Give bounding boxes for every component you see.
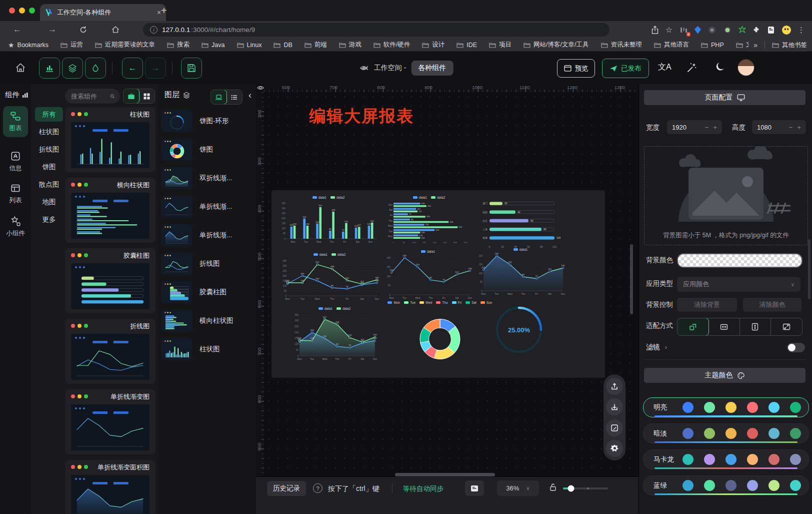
layer-item[interactable]: 单折线渐... [162, 222, 254, 248]
component-card[interactable]: 单折线渐变图 [65, 389, 156, 454]
publish-button[interactable]: 已发布 [602, 59, 649, 78]
extension-icon[interactable] [708, 26, 716, 35]
layer-item[interactable]: 双折线渐... [162, 165, 254, 191]
user-avatar[interactable] [738, 60, 754, 76]
bookmark-item[interactable]: DB [274, 41, 292, 49]
bookmark-item[interactable]: 其他语言 [654, 41, 689, 49]
settings-button[interactable] [606, 440, 623, 457]
clear-background-button[interactable]: 清除背景 [677, 298, 737, 312]
address-bar[interactable]: i 127.0.0.1 :3000/#/chart/home/9 [143, 23, 610, 37]
layer-item[interactable]: 横向柱状图 [162, 308, 254, 334]
clear-color-button[interactable]: 清除颜色 [743, 298, 802, 312]
layer-item[interactable]: 胶囊柱图 [162, 279, 254, 305]
bookmark-item[interactable]: 游戏 [339, 41, 362, 49]
close-window-button[interactable] [9, 8, 15, 14]
tab-close-icon[interactable]: × [157, 9, 161, 17]
collapse-panel-chevron[interactable]: ‹ [248, 90, 252, 101]
bookmark-item[interactable]: 网站/博客/文章/工具 [524, 41, 588, 49]
category-饼图[interactable]: 饼图 [35, 160, 63, 174]
fit-scale-button[interactable] [677, 318, 709, 336]
vertical-scrollbar[interactable] [630, 244, 633, 314]
bookmark-item[interactable]: PHP [701, 41, 724, 49]
help-icon[interactable]: ? [313, 483, 322, 493]
bookmark-star-icon[interactable]: ☆ [666, 25, 672, 35]
bookmark-item[interactable]: 搜索 [167, 41, 190, 49]
maximize-window-button[interactable] [29, 8, 35, 14]
magic-wand-icon[interactable] [686, 62, 697, 74]
reader-mode-icon[interactable] [766, 26, 776, 35]
browser-tab[interactable]: 工作空间-各种组件 × [40, 4, 166, 21]
theme-row-明亮[interactable]: 明亮 [643, 397, 809, 417]
sidebar-item-list[interactable]: 列表 [3, 178, 28, 209]
fit-height-button[interactable] [740, 318, 772, 335]
increment-icon[interactable]: + [797, 124, 801, 131]
minimize-window-button[interactable] [19, 8, 25, 14]
sidebar-item-chart[interactable]: 图表 [3, 106, 28, 137]
zoom-slider[interactable] [563, 487, 608, 489]
component-card[interactable]: 折线图 [65, 319, 156, 384]
unlock-icon[interactable] [549, 483, 557, 491]
bookmark-item[interactable]: 软件/硬件 [374, 41, 410, 49]
extension-icon[interactable] [723, 26, 732, 35]
site-info-icon[interactable]: i [150, 26, 158, 34]
zoom-level-select[interactable]: 36% ∨ [497, 480, 539, 496]
bookmark-item[interactable]: 设计 [422, 41, 444, 49]
import-button[interactable] [606, 398, 623, 415]
height-value[interactable]: 1080 [757, 124, 772, 131]
filter-toggle[interactable] [787, 343, 805, 352]
reload-icon[interactable] [79, 26, 88, 34]
extension-sessionbox-icon[interactable]: 9 [679, 26, 688, 35]
canvas-chart-donut[interactable]: MonTueWedThuFriSatSun [386, 299, 494, 370]
canvas-chart-ring-progress[interactable]: 25.00% [486, 298, 552, 361]
dark-mode-moon-icon[interactable] [715, 62, 726, 73]
background-upload-dropzone[interactable]: 背景图需小于 5M ，格式为 png/jpg/gif 的文件 [644, 146, 808, 245]
category-更多[interactable]: 更多 [35, 212, 63, 227]
project-name-badge[interactable]: 各种组件 [411, 61, 453, 76]
category-柱状图[interactable]: 柱状图 [35, 125, 63, 139]
bookmark-item[interactable]: Java [202, 41, 224, 49]
ruler-visibility-eye-icon[interactable] [257, 85, 264, 91]
bookmark-item[interactable]: 近期需要读的文章 [95, 41, 155, 49]
chart-components-button[interactable] [39, 58, 60, 79]
filter-section-label[interactable]: 滤镜 › [646, 343, 667, 352]
bookmark-item[interactable]: 前端 [304, 41, 327, 49]
window-controls[interactable] [9, 8, 35, 14]
component-card[interactable]: 横向柱状图 [65, 178, 156, 243]
apply-type-select[interactable]: 应用颜色 ∨ [677, 277, 800, 292]
fit-stretch-button[interactable] [771, 318, 802, 335]
home-icon[interactable] [15, 62, 26, 73]
layer-item[interactable]: 折线图 [162, 251, 254, 277]
canvas-chart-gradient-line[interactable]: data10501001502001202001508070110130MonT… [384, 248, 472, 300]
height-stepper[interactable]: 1080 −+ [752, 120, 806, 134]
panel-scrollbar[interactable] [808, 239, 810, 299]
redo-button[interactable]: → [145, 58, 166, 79]
sidebar-item-info[interactable]: 信息 [3, 146, 28, 177]
extension-pin-icon[interactable] [694, 26, 701, 34]
component-card[interactable]: 胶囊柱图 [65, 248, 156, 313]
horizontal-scrollbar[interactable] [395, 473, 495, 476]
component-card[interactable]: 柱状图 [65, 107, 156, 172]
share-icon[interactable] [651, 26, 659, 35]
back-icon[interactable]: ← [13, 25, 22, 35]
charts-group[interactable]: data1data2050100150200250300350120200150… [272, 190, 605, 378]
slider-knob[interactable] [568, 485, 574, 492]
search-input[interactable] [65, 89, 120, 104]
theme-row-马卡龙[interactable]: 马卡龙 [643, 449, 809, 469]
history-button[interactable]: 历史记录 [267, 481, 306, 496]
other-bookmarks[interactable]: 其他书签 [772, 41, 807, 50]
bookmark-item[interactable]: 项目 [489, 41, 512, 49]
fit-width-button[interactable] [708, 318, 740, 335]
background-color-swatch[interactable] [677, 253, 802, 268]
category-散点图[interactable]: 散点图 [35, 177, 63, 192]
width-value[interactable]: 1920 [672, 124, 686, 131]
layer-item[interactable]: 饼图-环形 [162, 108, 254, 134]
decrement-icon[interactable]: − [705, 124, 709, 131]
preview-button[interactable]: 预览 [557, 59, 595, 78]
single-view-button[interactable] [123, 89, 140, 104]
canvas-chart-hbar[interactable]: data1data2050100150200250300350Sun130160… [384, 194, 474, 244]
width-stepper[interactable]: 1920 −+ [667, 120, 722, 134]
export-button[interactable] [606, 378, 623, 395]
theme-row-暗淡[interactable]: 暗淡 [643, 423, 809, 443]
menu-kebab-icon[interactable]: ⋮ [798, 26, 805, 35]
canvas-chart-line[interactable]: data1data2050100150200250300350120200150… [280, 251, 380, 301]
